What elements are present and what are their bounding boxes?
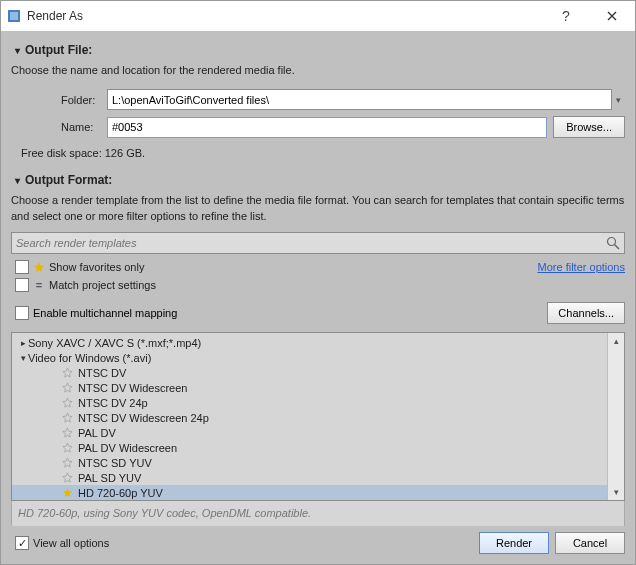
output-file-heading-text: Output File: (25, 43, 92, 57)
browse-button[interactable]: Browse... (553, 116, 625, 138)
tree-scrollbar[interactable]: ▴ ▾ (607, 333, 624, 500)
scroll-up-icon[interactable]: ▴ (608, 333, 624, 349)
name-input[interactable] (107, 117, 547, 138)
help-button[interactable]: ? (543, 1, 589, 31)
tree-item-label: HD 720-60p YUV (78, 487, 163, 499)
tree-item-label: NTSC DV (78, 367, 126, 379)
star-outline-icon[interactable] (62, 412, 74, 424)
tree-item[interactable]: PAL SD YUV (12, 470, 607, 485)
window-title: Render As (27, 9, 543, 23)
svg-line-3 (615, 245, 620, 250)
chevron-down-icon: ▾ (11, 45, 23, 56)
tree-item-label: PAL DV Widescreen (78, 442, 177, 454)
tree-item-label: PAL DV (78, 427, 116, 439)
tree-item-label: NTSC DV Widescreen 24p (78, 412, 209, 424)
star-outline-icon[interactable] (62, 442, 74, 454)
star-outline-icon[interactable] (62, 367, 74, 379)
tree-body[interactable]: ▸ Sony XAVC / XAVC S (*.mxf;*.mp4) ▾ Vid… (12, 333, 607, 500)
star-icon[interactable] (62, 487, 74, 499)
svg-rect-1 (10, 12, 18, 20)
free-disk-text: Free disk space: 126 GB. (21, 147, 625, 159)
star-outline-icon[interactable] (62, 427, 74, 439)
tree-group[interactable]: ▾ Video for Windows (*.avi) (12, 350, 607, 365)
multichannel-checkbox[interactable] (15, 306, 29, 320)
tree-item-label: NTSC SD YUV (78, 457, 152, 469)
match-label: Match project settings (49, 279, 156, 291)
more-filter-link[interactable]: More filter options (538, 261, 625, 273)
titlebar: Render As ? (1, 1, 635, 31)
tree-item[interactable]: NTSC DV 24p (12, 395, 607, 410)
search-input[interactable] (11, 232, 625, 254)
view-all-row: View all options (11, 536, 109, 550)
scroll-down-icon[interactable]: ▾ (608, 484, 624, 500)
output-format-heading[interactable]: ▾ Output Format: (11, 173, 625, 187)
star-outline-icon[interactable] (62, 457, 74, 469)
favorites-label: Show favorites only (49, 261, 144, 273)
multichannel-label: Enable multichannel mapping (33, 307, 177, 319)
close-button[interactable] (589, 1, 635, 31)
tree-group[interactable]: ▸ Sony XAVC / XAVC S (*.mxf;*.mp4) (12, 335, 607, 350)
tree-group-label: Video for Windows (*.avi) (28, 352, 151, 364)
tree-item-label: NTSC DV 24p (78, 397, 148, 409)
folder-row: Folder: ▾ (61, 89, 625, 110)
view-all-checkbox[interactable] (15, 536, 29, 550)
favorites-checkbox[interactable] (15, 260, 29, 274)
tree-item[interactable]: PAL DV (12, 425, 607, 440)
name-row: Name: Browse... (61, 116, 625, 138)
output-format-heading-text: Output Format: (25, 173, 112, 187)
star-icon (33, 261, 45, 273)
star-outline-icon[interactable] (62, 382, 74, 394)
tree-item[interactable]: NTSC SD YUV (12, 455, 607, 470)
search-icon[interactable] (605, 235, 621, 251)
tree-item[interactable]: PAL DV Widescreen (12, 440, 607, 455)
template-description: HD 720-60p, using Sony YUV codec, OpenDM… (11, 501, 625, 526)
search-wrap (11, 232, 625, 254)
chevron-down-icon: ▾ (11, 175, 23, 186)
tree-item[interactable]: NTSC DV (12, 365, 607, 380)
tree-item-label: NTSC DV Widescreen (78, 382, 187, 394)
star-outline-icon[interactable] (62, 472, 74, 484)
channels-button[interactable]: Channels... (547, 302, 625, 324)
folder-dropdown-icon[interactable]: ▾ (612, 95, 625, 105)
collapse-icon[interactable]: ▾ (18, 353, 28, 363)
name-label: Name: (61, 121, 107, 133)
folder-label: Folder: (61, 94, 107, 106)
scroll-thumb[interactable] (610, 349, 622, 484)
dialog-body: ▾ Output File: Choose the name and locat… (1, 31, 635, 526)
cancel-button[interactable]: Cancel (555, 532, 625, 554)
output-file-desc: Choose the name and location for the ren… (11, 63, 625, 78)
favorites-filter-row: Show favorites only More filter options (11, 260, 625, 274)
output-file-heading[interactable]: ▾ Output File: (11, 43, 625, 57)
tree-item[interactable]: NTSC DV Widescreen 24p (12, 410, 607, 425)
svg-point-2 (608, 238, 616, 246)
match-filter-row: = Match project settings (11, 278, 625, 292)
render-button[interactable]: Render (479, 532, 549, 554)
tree-item[interactable]: NTSC DV Widescreen (12, 380, 607, 395)
render-as-dialog: Render As ? ▾ Output File: Choose the na… (0, 0, 636, 565)
view-all-label: View all options (33, 537, 109, 549)
dialog-footer: View all options Render Cancel (1, 526, 635, 564)
expand-icon[interactable]: ▸ (18, 338, 28, 348)
match-checkbox[interactable] (15, 278, 29, 292)
multichannel-row: Enable multichannel mapping Channels... (11, 302, 625, 324)
output-format-desc: Choose a render template from the list t… (11, 193, 625, 224)
tree-item-selected[interactable]: HD 720-60p YUV (12, 485, 607, 500)
template-tree: ▸ Sony XAVC / XAVC S (*.mxf;*.mp4) ▾ Vid… (11, 332, 625, 501)
folder-input[interactable] (107, 89, 612, 110)
app-icon (7, 9, 21, 23)
star-outline-icon[interactable] (62, 397, 74, 409)
equals-icon: = (33, 279, 45, 291)
tree-group-label: Sony XAVC / XAVC S (*.mxf;*.mp4) (28, 337, 201, 349)
tree-item-label: PAL SD YUV (78, 472, 141, 484)
